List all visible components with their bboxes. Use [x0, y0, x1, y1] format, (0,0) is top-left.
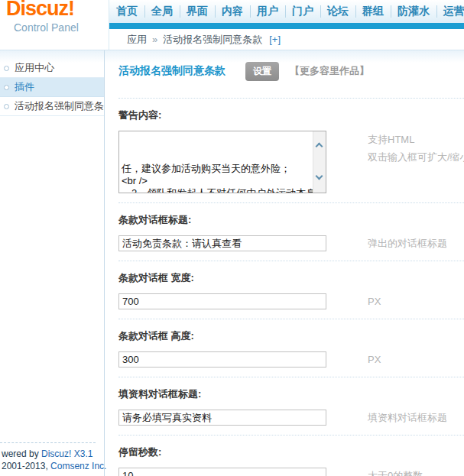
- form-row: 停留秒数: 大于0的整数: [118, 436, 464, 476]
- form-row: 填资料对话框标题: 填资料对话框标题: [118, 377, 464, 436]
- field-hint: 弹出的对话框标题: [368, 235, 447, 251]
- warning-content-row: 警告内容: 任，建议参加活动购买当天的意外险；<br /> 2、领队和发起人不对…: [118, 99, 464, 203]
- form-row: 条款对话框 宽度: PX: [118, 261, 464, 319]
- text-input[interactable]: [118, 410, 326, 426]
- nav-tab[interactable]: 论坛: [320, 0, 355, 23]
- field-hint: PX: [368, 351, 381, 368]
- textarea-content: 任，建议参加活动购买当天的意外险；<br /> 2、领队和发起人不对任何由户外运…: [119, 131, 313, 193]
- comsenz-link[interactable]: Comsenz Inc.: [50, 461, 106, 471]
- nav-tab[interactable]: 界面: [180, 0, 215, 23]
- field-label: 条款对话框 宽度:: [118, 271, 464, 285]
- breadcrumb-expand-link[interactable]: [+]: [269, 34, 281, 45]
- breadcrumb-separator: »: [152, 34, 157, 45]
- warning-content-textarea[interactable]: 任，建议参加活动购买当天的意外险；<br /> 2、领队和发起人不对任何由户外运…: [118, 131, 326, 193]
- nav-area: 首页 全局 界面 内容 用户 门户 论坛 群组 防灌水 运: [109, 0, 464, 50]
- form-row: 条款对话框 高度: PX: [118, 319, 464, 377]
- field-label: 条款对话框标题:: [118, 213, 464, 227]
- field-hint: 支持HTML 双击输入框可扩大/缩小: [368, 131, 464, 166]
- scroll-down-icon[interactable]: [316, 173, 323, 180]
- sidebar-item[interactable]: 应用中心: [0, 59, 104, 78]
- footer-copyright: wered by Discuz! X3.1 2001-2013, Comsenz…: [0, 442, 96, 472]
- breadcrumb-section[interactable]: 应用: [127, 33, 147, 47]
- title-row: 活动报名强制同意条款 设置 【更多容里作品】: [118, 63, 464, 79]
- textarea-line: <br />: [122, 175, 311, 187]
- powered-by-text: wered by: [2, 448, 41, 459]
- text-input[interactable]: [118, 235, 326, 251]
- header: Discuz! Control Panel 首页 全局 界面 内容 用户 门户 …: [0, 0, 464, 50]
- field-label: 填资料对话框标题:: [118, 387, 464, 401]
- hint-line: 支持HTML: [368, 131, 464, 148]
- field-hint: 填资料对话框标题: [368, 410, 447, 426]
- scroll-up-icon[interactable]: [316, 143, 323, 151]
- nav-tab[interactable]: 群组: [355, 0, 391, 23]
- text-input[interactable]: [118, 351, 326, 368]
- sidebar-item[interactable]: 活动报名强制同意条款: [0, 97, 104, 116]
- copyright-years: 2001-2013,: [2, 461, 50, 471]
- control-panel-label: Control Panel: [6, 21, 109, 34]
- text-input[interactable]: [118, 293, 326, 309]
- field-hint: PX: [368, 293, 381, 309]
- textarea-line: 任，建议参加活动购买当天的意外险；: [122, 163, 311, 175]
- sidebar: wered by Discuz! X3.1 2001-2013, Comsenz…: [0, 50, 105, 476]
- nav-tab[interactable]: 防灌水: [391, 0, 436, 23]
- field-label: 警告内容:: [118, 108, 464, 122]
- nav-tab[interactable]: 首页: [109, 0, 144, 23]
- form-row: 条款对话框标题: 弹出的对话框标题: [118, 203, 464, 261]
- more-works-link[interactable]: 【更多容里作品】: [290, 64, 369, 78]
- nav-accent-bar: [109, 23, 464, 29]
- page-title: 活动报名强制同意条款: [118, 64, 226, 78]
- nav-tab[interactable]: 全局: [144, 0, 180, 23]
- nav-tab[interactable]: 运营: [436, 0, 464, 23]
- top-nav-tabs: 首页 全局 界面 内容 用户 门户 论坛 群组 防灌水 运: [109, 0, 464, 23]
- nav-tab[interactable]: 内容: [215, 0, 250, 23]
- field-label: 停留秒数:: [118, 445, 464, 459]
- main-panel: 活动报名强制同意条款 设置 【更多容里作品】 警告内容: 任，建议参加活动购买当…: [105, 50, 464, 476]
- logo-area: Discuz! Control Panel: [0, 0, 109, 50]
- breadcrumb-page: 活动报名强制同意条款: [163, 33, 262, 47]
- settings-button[interactable]: 设置: [245, 62, 279, 81]
- nav-tab[interactable]: 门户: [285, 0, 320, 23]
- field-rows: 条款对话框标题: 弹出的对话框标题 条款对话框 宽度: PX: [118, 203, 464, 476]
- discuz-logo: Discuz!: [6, 0, 109, 21]
- nav-tab[interactable]: 用户: [250, 0, 285, 23]
- textarea-line: 2、领队和发起人不对任何由户外运动本身: [122, 187, 311, 193]
- sidebar-item[interactable]: 插件: [0, 78, 104, 97]
- breadcrumb: 应用 » 活动报名强制同意条款 [+]: [109, 29, 464, 50]
- field-label: 条款对话框 高度:: [118, 329, 464, 343]
- textarea-scrollbar[interactable]: [313, 131, 326, 193]
- text-input[interactable]: [118, 468, 326, 476]
- field-hint: 大于0的整数: [368, 468, 423, 476]
- hint-line: 双击输入框可扩大/缩小: [368, 148, 464, 166]
- body-content: wered by Discuz! X3.1 2001-2013, Comsenz…: [0, 50, 464, 476]
- discuz-version-link[interactable]: Discuz! X3.1: [41, 448, 92, 459]
